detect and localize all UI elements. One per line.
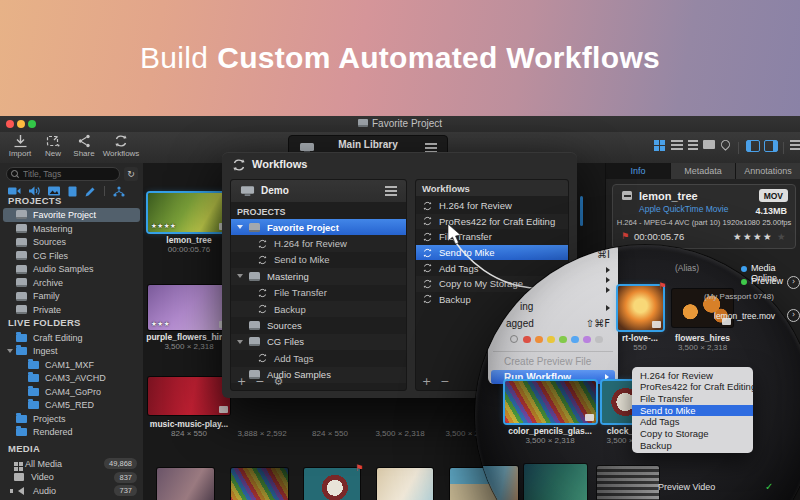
panel-left-toggle[interactable] [746,140,760,152]
submenu-backup[interactable]: Backup [632,440,753,452]
disclosure-icon[interactable] [237,274,243,278]
menu-item-rating[interactable]: ing [520,301,533,312]
tree-item-sources[interactable]: Sources [231,317,406,333]
sidebar-item-audio[interactable]: Audio737 [0,484,143,498]
submenu-add-tags[interactable]: Add Tags [632,416,753,428]
label-green-dot[interactable] [559,336,567,344]
tree-item-add-tags[interactable]: Add Tags [231,350,406,366]
sidebar-folder-ingest[interactable]: Ingest [0,345,143,359]
sidebar-folder-craft-editing[interactable]: Craft Editing [0,331,143,345]
thumbnail-blinds[interactable] [597,466,659,500]
sidebar-item-family[interactable]: Family [0,290,143,304]
view-list-button[interactable] [671,140,683,150]
reveal-arrow-button[interactable]: › [787,276,800,289]
disclosure-icon[interactable] [7,349,13,353]
rating-star-empty[interactable]: ★ [777,231,787,242]
thumbnail-heart-love[interactable]: ⚑ [618,286,663,330]
thumbnail-photographer[interactable] [524,464,587,500]
submenu-send-to-mike[interactable]: Send to Mike [632,405,753,417]
disclosure-icon[interactable] [237,225,243,229]
view-map-button[interactable] [721,140,730,149]
sort-button[interactable] [790,140,800,150]
thumbnail-purple-flowers[interactable]: ★★★ [148,285,230,330]
tab-info[interactable]: Info [606,163,671,179]
settings-gear-button[interactable]: ⚙ [273,375,283,388]
label-red-dot[interactable] [523,336,531,344]
refresh-button[interactable]: ↻ [124,167,138,181]
submenu-file-transfer[interactable]: File Transfer [632,393,753,405]
tab-annotations[interactable]: Annotations [736,163,800,179]
sidebar-item-sources[interactable]: Sources [0,236,143,250]
label-yellow-dot[interactable] [547,336,555,344]
device-list-icon[interactable] [385,186,397,196]
menu-item-flagged[interactable]: agged [506,318,534,329]
sidebar-item-all-media[interactable]: All Media49,868 [0,457,143,471]
search-input[interactable] [6,167,120,181]
filter-document-icon[interactable] [68,186,77,197]
rating-stars[interactable]: ★★★★ [151,222,176,230]
thumb-name: color_pencils_glas... [500,426,600,436]
sidebar-item-mastering[interactable]: Mastering [0,222,143,236]
sidebar-item-cg-files[interactable]: CG Files [0,249,143,263]
workflows-icon [113,134,129,148]
menu-item-create-preview[interactable]: Create Preview File [504,356,591,367]
folder-icon [16,334,27,342]
tree-item-favorite-project[interactable]: Favorite Project [231,219,406,235]
rating-stars[interactable]: ★★★ [151,320,170,328]
project-icon [249,321,260,330]
disclosure-icon[interactable] [237,340,243,344]
count-badge: 49,868 [104,458,137,469]
sidebar-folder-cam3-avchd[interactable]: CAM3_AVCHD [0,372,143,386]
sidebar-item-video[interactable]: Video837 [0,471,143,485]
add-button[interactable]: + [422,375,431,388]
all-media-icon [14,462,18,466]
label-gray-dot[interactable] [595,336,603,344]
thumbnail-dolls[interactable] [157,468,214,500]
panel-right-toggle[interactable] [764,140,778,152]
thumbnail-cat[interactable] [377,468,433,500]
device-header[interactable]: Demo [231,180,406,202]
sidebar-item-private[interactable]: Private [0,303,143,317]
tree-item-cg-files[interactable]: CG Files [231,334,406,350]
banner-emphasis: Custom Automated Workflows [217,41,660,75]
sidebar-item-archive[interactable]: Archive [0,276,143,290]
thumbnail-lemon-tree[interactable]: ⚑ ★★★★ [148,193,230,232]
label-blue-dot[interactable] [571,336,579,344]
sidebar-folder-rendered[interactable]: Rendered [0,426,143,440]
tab-metadata[interactable]: Metadata [671,163,736,179]
thumbnail-clock[interactable]: ⚑ [304,468,360,500]
remove-button[interactable]: − [255,375,264,388]
sidebar-folder-projects[interactable]: Projects [0,412,143,426]
remove-button[interactable]: − [440,375,449,388]
rating-stars-filled[interactable]: ★★★★ [733,231,773,242]
add-button[interactable]: + [237,375,246,388]
thumbnail-pencils[interactable] [231,468,288,500]
view-detail-button[interactable] [688,140,698,150]
view-grid-button[interactable] [654,140,659,145]
tree-item-send-to-mike[interactable]: Send to Mike [231,252,406,268]
thumbnail-color-pencils[interactable] [505,381,596,423]
reveal-arrow-button[interactable]: › [787,309,800,322]
filter-tree-icon[interactable] [113,186,125,197]
tree-item-backup[interactable]: Backup [231,301,406,317]
submenu-prores[interactable]: ProRes422 for Craft Editing [632,381,753,393]
filter-edit-icon[interactable] [85,186,96,197]
submenu-h264[interactable]: H.264 for Review [632,370,753,382]
workflow-icon [257,304,268,314]
menu-shortcut-info: ⌘I [597,249,610,260]
label-none-dot[interactable] [510,335,518,343]
sidebar-folder-cam1-mxf[interactable]: CAM1_MXF [0,358,143,372]
tree-item-h264[interactable]: H.264 for Review [231,235,406,251]
label-purple-dot[interactable] [583,336,591,344]
tree-item-mastering[interactable]: Mastering [231,268,406,284]
sidebar-item-audio-samples[interactable]: Audio Samples [0,263,143,277]
submenu-copy-storage[interactable]: Copy to Storage [632,428,753,440]
sidebar-folder-cam5-red[interactable]: CAM5_RED [0,399,143,413]
thumbnail-music[interactable]: ⚑ [148,377,230,415]
sidebar-folder-cam4-gopro[interactable]: CAM4_GoPro [0,385,143,399]
view-filmstrip-button[interactable] [703,140,715,149]
workflows-button[interactable]: Workflows [98,134,144,158]
sidebar-item-favorite-project[interactable]: Favorite Project [3,208,140,222]
label-orange-dot[interactable] [535,336,543,344]
tree-item-file-transfer[interactable]: File Transfer [231,285,406,301]
